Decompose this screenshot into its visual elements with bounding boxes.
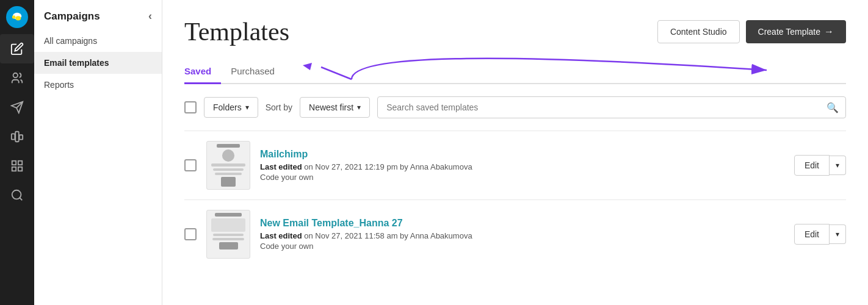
search-box: 🔍	[377, 96, 846, 118]
main-content: Templates Content Studio Create Template…	[162, 0, 868, 305]
template-list: Mailchimp Last edited on Nov 27, 2021 12…	[184, 131, 846, 268]
svg-point-2	[15, 16, 21, 20]
main-header: Templates Content Studio Create Template	[184, 17, 846, 46]
sidebar-icon-search[interactable]	[0, 181, 34, 210]
edit-chevron-button-0[interactable]: ▾	[830, 156, 846, 175]
nav-panel-title: Campaigns	[44, 10, 100, 23]
sort-by-label: Sort by	[266, 102, 292, 112]
sidebar-icon-automation[interactable]	[0, 122, 34, 151]
tabs: Saved Purchased	[184, 61, 846, 84]
sidebar-icon-pencil[interactable]	[0, 34, 34, 63]
page-title: Templates	[184, 17, 289, 46]
svg-point-12	[12, 190, 21, 199]
template-meta-0: Last edited on Nov 27, 2021 12:19 pm by …	[260, 162, 784, 171]
select-all-checkbox[interactable]	[184, 101, 197, 113]
template-info-0: Mailchimp Last edited on Nov 27, 2021 12…	[260, 149, 784, 182]
tab-saved[interactable]: Saved	[184, 61, 221, 84]
toolbar: Folders Sort by Newest first 🔍	[184, 96, 846, 118]
edit-chevron-button-1[interactable]: ▾	[830, 224, 846, 244]
template-type-1: Code your own	[260, 242, 784, 251]
template-actions-1: Edit ▾	[794, 224, 846, 245]
sort-button[interactable]: Newest first	[300, 97, 370, 118]
tab-purchased[interactable]: Purchased	[231, 61, 284, 84]
nav-item-reports[interactable]: Reports	[34, 74, 162, 96]
sidebar-icon-grid[interactable]	[0, 151, 34, 181]
template-actions-0: Edit ▾	[794, 155, 846, 176]
svg-point-3	[12, 15, 15, 18]
sidebar-icon-megaphone[interactable]	[0, 93, 34, 122]
svg-rect-5	[12, 134, 15, 139]
nav-panel-header: Campaigns ‹	[34, 0, 162, 30]
create-template-button[interactable]: Create Template	[746, 20, 846, 43]
svg-rect-9	[18, 161, 22, 165]
template-thumbnail-1	[206, 210, 250, 259]
nav-item-all-campaigns[interactable]: All campaigns	[34, 30, 162, 52]
svg-rect-10	[12, 167, 16, 171]
search-input[interactable]	[377, 96, 846, 118]
edit-button-1[interactable]: Edit	[794, 224, 830, 245]
template-meta-1: Last edited on Nov 27, 2021 11:58 am by …	[260, 231, 784, 240]
edit-button-0[interactable]: Edit	[794, 155, 830, 176]
svg-rect-7	[20, 135, 23, 139]
table-row: New Email Template_Hanna 27 Last edited …	[184, 199, 846, 268]
svg-point-4	[13, 73, 18, 77]
template-name-0[interactable]: Mailchimp	[260, 149, 784, 160]
template-info-1: New Email Template_Hanna 27 Last edited …	[260, 218, 784, 251]
template-name-1[interactable]: New Email Template_Hanna 27	[260, 218, 784, 229]
sidebar-icon-bar	[0, 0, 34, 305]
template-type-0: Code your own	[260, 173, 784, 182]
row-checkbox-0[interactable]	[184, 159, 197, 171]
search-icon: 🔍	[826, 102, 839, 113]
content-studio-button[interactable]: Content Studio	[657, 20, 740, 43]
nav-panel: Campaigns ‹ All campaigns Email template…	[34, 0, 162, 305]
collapse-button[interactable]: ‹	[148, 10, 152, 23]
app-logo	[0, 0, 34, 34]
nav-item-email-templates[interactable]: Email templates	[34, 52, 162, 74]
sidebar-icon-people[interactable]	[0, 63, 34, 93]
row-checkbox-1[interactable]	[184, 228, 197, 240]
svg-rect-11	[18, 167, 22, 171]
folders-button[interactable]: Folders	[204, 97, 258, 118]
svg-rect-8	[12, 161, 16, 165]
template-thumbnail-0	[206, 141, 250, 190]
header-buttons: Content Studio Create Template	[657, 20, 846, 43]
table-row: Mailchimp Last edited on Nov 27, 2021 12…	[184, 131, 846, 199]
svg-rect-6	[15, 132, 19, 142]
